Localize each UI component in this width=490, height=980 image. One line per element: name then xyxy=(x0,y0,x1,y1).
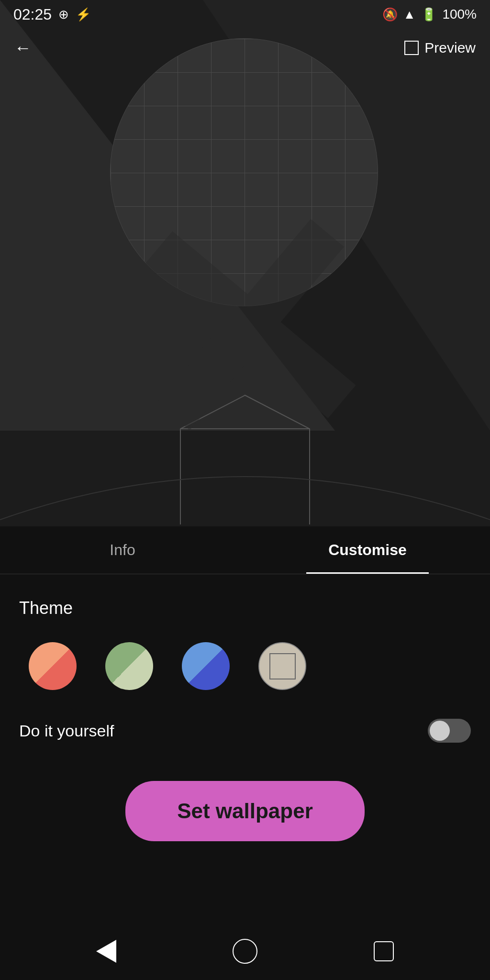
tab-info[interactable]: Info xyxy=(0,526,245,574)
tab-customise[interactable]: Customise xyxy=(245,526,490,574)
battery-percent: 100% xyxy=(442,7,477,22)
preview-button[interactable]: Preview xyxy=(404,40,476,56)
header: ← Preview xyxy=(0,29,490,67)
nav-recents-button[interactable] xyxy=(374,941,394,961)
swatch-green[interactable] xyxy=(105,642,153,690)
nav-home-button[interactable] xyxy=(233,939,257,964)
status-bar: 02:25 ⊕ ⚡ 🔕 ▲ 🔋 100% xyxy=(0,0,490,29)
recents-square-icon xyxy=(374,941,394,961)
swatch-neutral[interactable] xyxy=(258,642,306,690)
wallpaper-preview: ✕ xyxy=(0,0,490,555)
flash-icon: ⚡ xyxy=(76,7,91,22)
nav-back-button[interactable] xyxy=(96,940,116,963)
theme-swatches-row xyxy=(19,642,471,690)
back-triangle-icon xyxy=(96,940,116,963)
content-area: Theme Do it yourself Set wallpaper xyxy=(0,574,490,894)
mute-icon: 🔕 xyxy=(382,7,398,22)
status-left: 02:25 ⊕ ⚡ xyxy=(13,6,91,23)
preview-checkbox[interactable] xyxy=(404,41,419,55)
status-right: 🔕 ▲ 🔋 100% xyxy=(382,7,477,22)
bg-arc xyxy=(0,434,490,531)
bottom-panel: Info Customise Theme Do it yourself Set … xyxy=(0,526,490,980)
swatch-neutral-inner xyxy=(269,653,296,679)
nav-bar xyxy=(0,923,490,980)
preview-label: Preview xyxy=(424,40,476,56)
home-circle-icon xyxy=(233,939,257,964)
wifi-icon: ▲ xyxy=(403,7,416,22)
battery-icon: 🔋 xyxy=(421,7,436,22)
diy-row: Do it yourself xyxy=(19,719,471,743)
set-wallpaper-button[interactable]: Set wallpaper xyxy=(125,781,365,841)
status-time: 02:25 xyxy=(13,6,52,23)
back-button[interactable]: ← xyxy=(14,38,32,58)
sync-icon: ⊕ xyxy=(58,7,69,22)
theme-title: Theme xyxy=(19,598,471,618)
swatch-coral[interactable] xyxy=(29,642,77,690)
diy-label: Do it yourself xyxy=(19,722,114,740)
tabs: Info Customise xyxy=(0,526,490,574)
toggle-knob xyxy=(430,721,450,741)
swatch-blue[interactable] xyxy=(182,642,230,690)
diy-toggle[interactable] xyxy=(428,719,471,743)
